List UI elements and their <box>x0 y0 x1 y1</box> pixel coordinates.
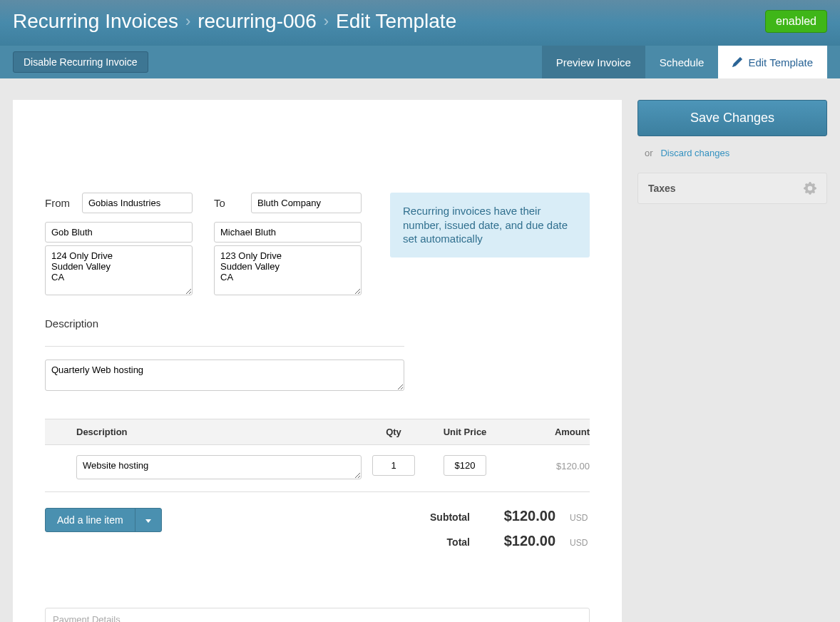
line-price-input[interactable] <box>444 455 486 476</box>
chevron-right-icon: › <box>185 12 190 31</box>
gear-icon[interactable] <box>804 182 816 195</box>
to-label: To <box>214 197 242 209</box>
discard-changes-link[interactable]: Discard changes <box>660 148 729 158</box>
disable-recurring-button[interactable]: Disable Recurring Invoice <box>13 51 148 73</box>
table-row: Website hosting $120.00 <box>45 445 590 492</box>
discard-row: or Discard changes <box>637 136 827 170</box>
subtotal-value: $120.00 <box>484 508 555 524</box>
to-address-textarea[interactable]: 123 Only Drive Sudden Valley CA <box>214 245 362 295</box>
page-header: Recurring Invoices › recurring-006 › Edi… <box>0 0 840 46</box>
taxes-panel[interactable]: Taxes <box>637 173 827 204</box>
breadcrumb-current: Edit Template <box>336 10 456 33</box>
from-address-textarea[interactable]: 124 Only Drive Sudden Valley CA <box>45 245 193 295</box>
to-company-input[interactable] <box>251 193 362 213</box>
side-panel: Save Changes or Discard changes Taxes <box>637 100 827 204</box>
line-items-table: Description Qty Unit Price Amount Websit… <box>45 419 590 492</box>
col-header-price: Unit Price <box>426 427 504 437</box>
line-amount: $120.00 <box>504 455 590 471</box>
totals: Subtotal $120.00 USD Total $120.00 USD <box>406 508 590 558</box>
col-header-description: Description <box>76 427 362 437</box>
line-qty-input[interactable] <box>372 455 415 476</box>
from-name-input[interactable] <box>45 222 193 243</box>
caret-down-icon <box>145 519 151 523</box>
add-line-label: Add a line item <box>46 509 135 531</box>
chevron-right-icon: › <box>324 12 329 31</box>
taxes-label: Taxes <box>648 183 676 194</box>
info-box: Recurring invoices have their number, is… <box>390 193 590 258</box>
description-textarea[interactable]: Quarterly Web hosting <box>45 360 404 391</box>
status-badge: enabled <box>765 10 827 33</box>
table-header: Description Qty Unit Price Amount <box>45 419 590 445</box>
divider <box>45 346 404 347</box>
tab-edit-template[interactable]: Edit Template <box>718 46 827 78</box>
to-column: To 123 Only Drive Sudden Valley CA <box>214 193 362 297</box>
tab-preview-invoice[interactable]: Preview Invoice <box>542 46 645 78</box>
subtotal-label: Subtotal <box>406 511 470 523</box>
add-line-dropdown-toggle[interactable] <box>135 509 161 531</box>
line-description-input[interactable]: Website hosting <box>76 455 362 479</box>
tabs: Preview Invoice Schedule Edit Template <box>542 46 827 78</box>
total-value: $120.00 <box>484 533 555 549</box>
add-line-item-button[interactable]: Add a line item <box>45 508 162 532</box>
from-column: From 124 Only Drive Sudden Valley CA <box>45 193 193 297</box>
pencil-icon <box>732 57 742 67</box>
invoice-editor: From 124 Only Drive Sudden Valley CA To … <box>13 100 622 622</box>
total-label: Total <box>406 536 470 548</box>
description-heading: Description <box>45 317 590 333</box>
subtotal-currency: USD <box>570 513 590 523</box>
col-header-qty: Qty <box>362 427 426 437</box>
toolbar: Disable Recurring Invoice Preview Invoic… <box>0 46 840 78</box>
total-currency: USD <box>570 538 590 548</box>
breadcrumb: Recurring Invoices › recurring-006 › Edi… <box>13 10 456 33</box>
description-section: Description Quarterly Web hosting <box>45 317 590 393</box>
tab-label: Edit Template <box>748 56 813 68</box>
col-header-amount: Amount <box>504 427 590 437</box>
from-label: From <box>45 197 73 209</box>
save-changes-button[interactable]: Save Changes <box>637 100 827 136</box>
breadcrumb-item[interactable]: recurring-006 <box>198 10 317 33</box>
from-company-input[interactable] <box>82 193 193 213</box>
content-area: From 124 Only Drive Sudden Valley CA To … <box>0 78 840 622</box>
tab-schedule[interactable]: Schedule <box>645 46 719 78</box>
payment-details-input[interactable]: Payment Details <box>45 608 590 622</box>
breadcrumb-root[interactable]: Recurring Invoices <box>13 10 178 33</box>
to-name-input[interactable] <box>214 222 362 243</box>
or-text: or <box>645 148 653 158</box>
